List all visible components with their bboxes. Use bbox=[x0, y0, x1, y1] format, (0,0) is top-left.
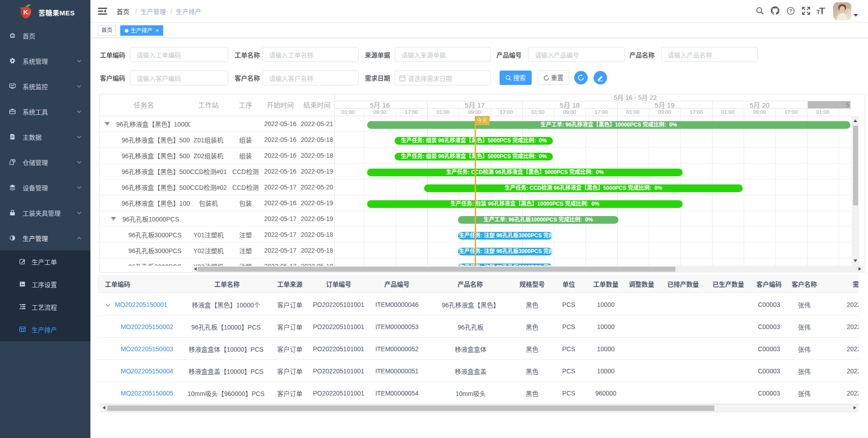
svg-text:?: ? bbox=[789, 8, 792, 14]
svg-text:K: K bbox=[24, 8, 28, 16]
